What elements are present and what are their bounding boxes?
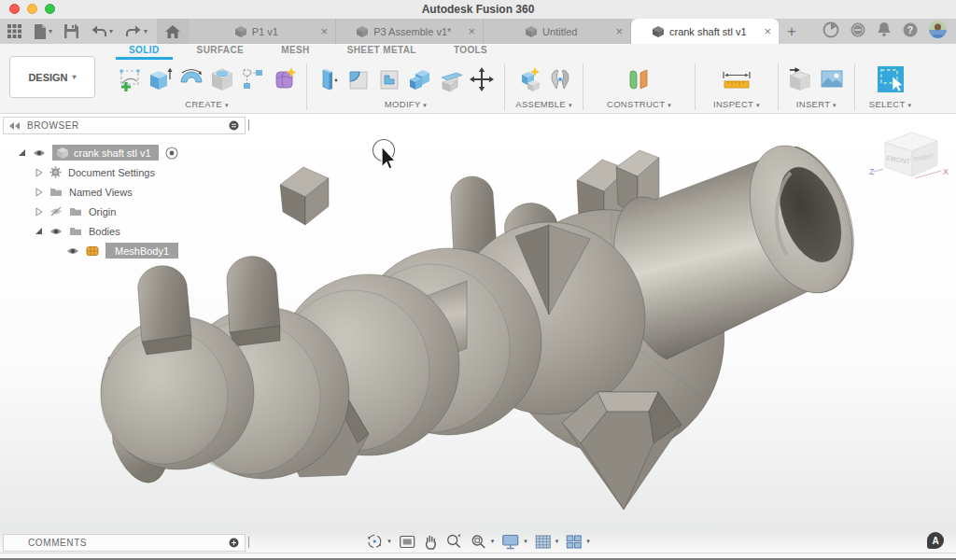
close-tab-icon[interactable]: × <box>615 25 623 37</box>
extrude-icon[interactable] <box>148 66 174 92</box>
save-icon[interactable] <box>64 24 78 38</box>
comments-header[interactable]: COMMENTS <box>3 534 246 552</box>
tab-mesh[interactable]: MESH <box>268 45 323 60</box>
visibility-off-eye-icon[interactable] <box>49 206 63 217</box>
workspace-selector[interactable]: DESIGN ▾ <box>9 56 95 98</box>
grid-settings-icon[interactable] <box>535 535 551 549</box>
extensions-icon[interactable] <box>822 21 839 42</box>
grid-settings-caret[interactable]: ▾ <box>555 538 559 545</box>
fit-icon[interactable] <box>470 533 486 550</box>
look-at-icon[interactable] <box>399 535 415 549</box>
orbit-menu-caret[interactable]: ▾ <box>387 538 391 545</box>
profile-avatar[interactable] <box>929 21 947 42</box>
shell-icon[interactable] <box>376 66 402 92</box>
tree-item-document-settings[interactable]: Document Settings <box>3 162 246 182</box>
collapsed-triangle-icon[interactable] <box>35 168 43 177</box>
viewports-caret[interactable]: ▾ <box>586 538 590 545</box>
group-label-assemble[interactable]: ASSEMBLE ▾ <box>515 99 571 109</box>
doc-tab-untitled[interactable]: Untitled × <box>484 19 631 44</box>
construct-plane-icon[interactable] <box>626 66 651 92</box>
panel-menu-icon[interactable] <box>229 538 239 548</box>
activate-component-radio[interactable] <box>165 147 178 160</box>
visibility-eye-icon[interactable] <box>33 148 46 158</box>
revolve-icon[interactable] <box>178 66 204 92</box>
press-pull-icon[interactable] <box>316 66 341 92</box>
collapsed-triangle-icon[interactable] <box>35 188 43 197</box>
group-label-create[interactable]: CREATE ▾ <box>185 99 228 109</box>
combine-icon[interactable] <box>407 66 433 92</box>
undo-icon[interactable]: ▾ <box>91 25 113 38</box>
expand-triangle-icon[interactable] <box>18 148 26 157</box>
notifications-bell-icon[interactable] <box>877 21 892 41</box>
tree-item-selected[interactable]: crank shaft stl v1 <box>52 145 159 161</box>
assistant-badge[interactable]: A <box>927 532 944 549</box>
tree-item-meshbody[interactable]: MeshBody1 <box>3 241 246 260</box>
browser-tree: crank shaft stl v1 Document Settings Nam… <box>3 143 246 260</box>
data-home-button[interactable] <box>157 19 189 44</box>
tree-item-root[interactable]: crank shaft stl v1 <box>3 143 246 162</box>
quick-access-toolbar: ▾ ▾ ▾ <box>0 19 157 44</box>
doc-tab-crank-shaft[interactable]: crank shaft stl v1 × <box>631 19 779 44</box>
tree-item-origin[interactable]: Origin <box>3 202 246 221</box>
orbit-icon[interactable] <box>366 533 383 550</box>
visibility-eye-icon[interactable] <box>66 246 79 256</box>
tab-tools[interactable]: TOOLS <box>441 45 500 60</box>
workspace-label: DESIGN <box>28 72 67 83</box>
close-tab-icon[interactable]: × <box>764 25 771 37</box>
viewport-canvas[interactable]: FRONT RIGHT Z X BROWSER crank shaft stl … <box>0 115 956 558</box>
group-label-insert[interactable]: INSERT ▾ <box>796 99 836 109</box>
joint-icon[interactable] <box>547 66 573 92</box>
tree-item-named-views[interactable]: Named Views <box>3 182 246 202</box>
canvas-icon[interactable] <box>819 66 845 92</box>
group-label-modify[interactable]: MODIFY ▾ <box>385 99 427 109</box>
browser-resize-handle[interactable] <box>248 119 249 131</box>
expand-triangle-icon[interactable] <box>35 227 43 235</box>
pan-icon[interactable] <box>423 534 438 550</box>
group-label-construct[interactable]: CONSTRUCT ▾ <box>607 99 671 109</box>
insert-mesh-icon[interactable] <box>788 66 814 92</box>
browser-header[interactable]: BROWSER <box>3 117 246 134</box>
pattern-icon[interactable] <box>240 66 266 92</box>
create-sketch-icon[interactable] <box>117 66 143 92</box>
doc-tab-p1[interactable]: P1 v1 × <box>189 19 336 44</box>
new-tab-button[interactable]: + <box>779 19 805 44</box>
tree-item-selected[interactable]: MeshBody1 <box>105 243 178 259</box>
move-icon[interactable] <box>469 66 495 92</box>
comments-resize-handle[interactable] <box>248 537 249 548</box>
visibility-eye-icon[interactable] <box>49 227 63 236</box>
zoom-window-button[interactable] <box>45 4 55 14</box>
display-settings-caret[interactable]: ▾ <box>524 538 527 545</box>
close-tab-icon[interactable]: × <box>468 25 475 37</box>
redo-icon[interactable]: ▾ <box>125 25 148 38</box>
hole-icon[interactable] <box>209 66 235 92</box>
collapsed-triangle-icon[interactable] <box>35 207 43 217</box>
split-body-icon[interactable] <box>438 66 464 92</box>
group-label-select[interactable]: SELECT ▾ <box>869 99 911 109</box>
measure-icon[interactable] <box>721 66 752 92</box>
doc-tab-p3-assemble[interactable]: P3 Assemble v1* × <box>336 19 484 44</box>
new-component-icon[interactable] <box>514 66 542 92</box>
select-icon[interactable] <box>877 65 905 93</box>
viewports-icon[interactable] <box>566 535 582 549</box>
tree-item-label: Origin <box>89 206 116 217</box>
zoom-icon[interactable] <box>445 533 462 550</box>
collapse-panel-icon[interactable] <box>9 122 21 130</box>
tab-solid[interactable]: SOLID <box>116 45 173 60</box>
fillet-icon[interactable] <box>345 66 372 92</box>
display-settings-icon[interactable] <box>501 534 519 550</box>
tab-surface[interactable]: SURFACE <box>184 45 258 60</box>
close-window-button[interactable] <box>9 4 20 14</box>
minimize-window-button[interactable] <box>27 4 37 14</box>
app-grid-icon[interactable] <box>7 24 21 38</box>
tree-item-bodies[interactable]: Bodies <box>3 221 246 241</box>
panel-menu-icon[interactable] <box>229 120 239 131</box>
file-menu-icon[interactable]: ▾ <box>34 24 52 39</box>
help-icon[interactable]: ? <box>902 21 919 42</box>
view-cube[interactable]: FRONT RIGHT Z X <box>865 122 950 193</box>
group-label-inspect[interactable]: INSPECT ▾ <box>713 99 760 109</box>
close-tab-icon[interactable]: × <box>320 25 328 37</box>
job-status-icon[interactable] <box>850 21 866 42</box>
create-form-icon[interactable] <box>271 66 297 92</box>
fit-menu-caret[interactable]: ▾ <box>491 538 495 545</box>
tab-sheet-metal[interactable]: SHEET METAL <box>334 45 429 60</box>
